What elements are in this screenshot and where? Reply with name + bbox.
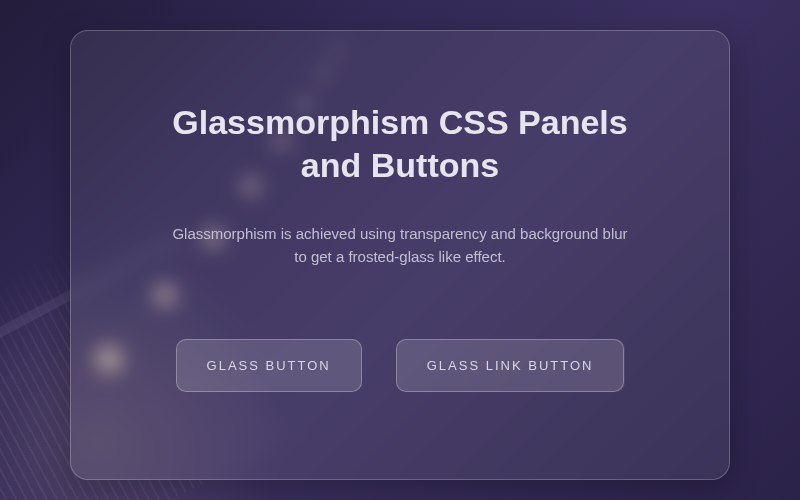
page-title: Glassmorphism CSS Panels and Buttons <box>160 101 640 186</box>
glass-panel: Glassmorphism CSS Panels and Buttons Gla… <box>70 30 730 480</box>
button-row: GLASS BUTTON GLASS LINK BUTTON <box>176 339 625 392</box>
glass-link-button[interactable]: GLASS LINK BUTTON <box>396 339 625 392</box>
glass-button[interactable]: GLASS BUTTON <box>176 339 362 392</box>
page-description: Glassmorphism is achieved using transpar… <box>170 222 630 269</box>
